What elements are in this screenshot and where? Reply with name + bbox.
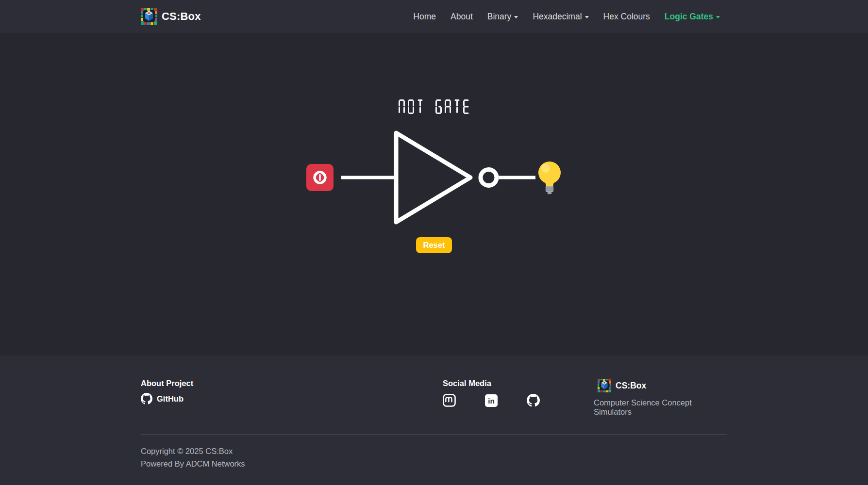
- nav-item-about[interactable]: About: [443, 12, 480, 22]
- nav-links: Home About Binary Hexadecimal Hex Colour…: [406, 12, 727, 22]
- reset-button[interactable]: Reset: [416, 237, 452, 253]
- nav-item-home[interactable]: Home: [406, 12, 443, 22]
- linkedin-icon[interactable]: in: [485, 394, 498, 407]
- nav-item-hex-colours[interactable]: Hex Colours: [596, 12, 657, 22]
- about-project-heading: About Project: [141, 379, 443, 388]
- social-media-heading: Social Media: [443, 379, 594, 388]
- github-icon[interactable]: [527, 394, 540, 407]
- svg-text:in: in: [488, 397, 494, 405]
- not-gate-title: [398, 99, 470, 114]
- copyright-text: Copyright © 2025 CS:Box: [141, 445, 727, 458]
- input-toggle-button[interactable]: [306, 164, 334, 191]
- footer-divider: [141, 434, 727, 435]
- inverter-bubble: [481, 170, 497, 186]
- gate-triangle: [396, 133, 470, 222]
- brand-home-link[interactable]: CS:Box: [141, 8, 201, 25]
- lightbulb-on-icon: [537, 160, 562, 195]
- csbox-logo-icon: [598, 379, 611, 392]
- not-gate-symbol: [341, 129, 535, 226]
- brand-name: CS:Box: [162, 10, 201, 23]
- top-navbar: CS:Box Home About Binary Hexadecimal Hex…: [0, 0, 868, 33]
- csbox-logo-icon: [141, 8, 157, 25]
- chevron-down-icon: [585, 16, 589, 18]
- github-project-link[interactable]: GitHub: [141, 393, 443, 404]
- powered-by-text: Powered By ADCM Networks: [141, 458, 727, 470]
- simulator-section: Reset: [0, 33, 868, 356]
- page-footer: About Project GitHub Social Media: [0, 356, 868, 485]
- github-link-label: GitHub: [157, 394, 184, 404]
- footer-tagline: Computer Science Concept Simulators: [594, 398, 727, 417]
- nav-item-binary-dropdown[interactable]: Binary: [480, 12, 526, 22]
- footer-brand-link[interactable]: CS:Box: [598, 379, 727, 392]
- power-off-icon: [312, 169, 328, 186]
- nav-item-hexadecimal-dropdown[interactable]: Hexadecimal: [525, 12, 596, 22]
- not-gate-diagram: [306, 129, 562, 226]
- social-icons-row: in: [443, 394, 540, 407]
- mastodon-icon[interactable]: [443, 394, 456, 407]
- footer-brand-name: CS:Box: [616, 381, 646, 391]
- github-icon: [141, 393, 152, 404]
- chevron-down-icon: [716, 16, 720, 18]
- nav-item-logic-gates-dropdown[interactable]: Logic Gates: [657, 12, 727, 22]
- chevron-down-icon: [514, 16, 518, 18]
